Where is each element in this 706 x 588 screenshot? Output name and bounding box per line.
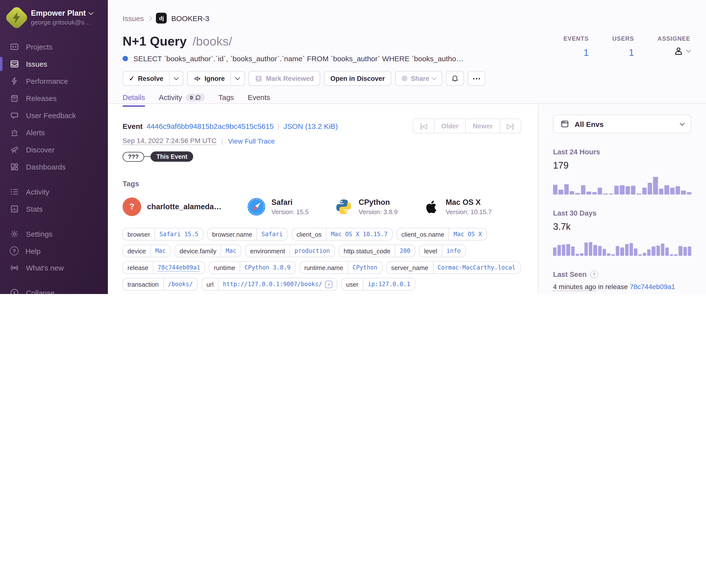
view-full-trace-link[interactable]: View Full Trace bbox=[228, 137, 275, 145]
sidebar-item-activity[interactable]: Activity bbox=[0, 183, 108, 200]
tab-activity[interactable]: Activity 0 bbox=[159, 93, 205, 106]
lightning-icon bbox=[10, 77, 19, 86]
sidebar-item-discover[interactable]: Discover bbox=[0, 141, 108, 158]
tags-heading: Tags bbox=[123, 179, 533, 188]
tag-pill[interactable]: environment production↗ bbox=[245, 245, 335, 257]
breadcrumb-issue-id: BOOKER-3 bbox=[171, 14, 209, 22]
comment-icon bbox=[195, 94, 201, 100]
issue-culprit: /books/ bbox=[193, 34, 232, 48]
sidebar-item-whats-new[interactable]: What's new bbox=[0, 259, 108, 276]
sidebar-item-collapse[interactable]: Collapse bbox=[0, 284, 108, 294]
last-seen-time[interactable]: 4 minutes ago bbox=[553, 283, 596, 291]
browser-tag[interactable]: Safari Version: 15.5 bbox=[247, 198, 309, 216]
sidebar-item-projects[interactable]: Projects bbox=[0, 38, 108, 55]
sidebar-item-releases[interactable]: Releases bbox=[0, 90, 108, 107]
tag-pill[interactable]: url http://127.0.0.1:9007/books/↗ bbox=[201, 278, 337, 291]
help-icon: ? bbox=[10, 247, 18, 255]
question-icon[interactable]: ? bbox=[590, 270, 598, 278]
tag-pill[interactable]: device Mac↗ bbox=[123, 245, 171, 257]
tag-pill[interactable]: http.status_code 200↗ bbox=[339, 245, 415, 257]
user-tag[interactable]: ? charlotte_alameda… bbox=[123, 198, 221, 216]
sidebar-item-performance[interactable]: Performance bbox=[0, 73, 108, 90]
this-event-pill[interactable]: This Event bbox=[151, 152, 193, 162]
ignore-dropdown-button[interactable] bbox=[231, 71, 245, 86]
tag-pill[interactable]: browser.name Safari↗ bbox=[207, 228, 287, 241]
users-count[interactable]: 1 bbox=[612, 47, 634, 58]
last-seen-release-link[interactable]: 78c744eb09a1 bbox=[630, 283, 675, 291]
tag-pill[interactable]: server_name Cormac-MacCarthy.local↗ bbox=[386, 261, 520, 274]
sidebar-item-user-feedback[interactable]: User Feedback bbox=[0, 107, 108, 124]
issue-level-dot bbox=[123, 56, 128, 61]
last-30-days-title: Last 30 Days bbox=[553, 209, 691, 217]
newer-event-button[interactable]: Newer bbox=[466, 119, 500, 133]
last-30-days-section: Last 30 Days 3.7k bbox=[553, 209, 691, 256]
safari-icon bbox=[247, 198, 266, 216]
broadcast-icon bbox=[10, 263, 19, 272]
share-button[interactable]: Share bbox=[395, 71, 442, 86]
tag-pill[interactable]: device.family Mac↗ bbox=[175, 245, 241, 257]
chevron-down-icon bbox=[88, 10, 93, 15]
events-count[interactable]: 1 bbox=[563, 47, 589, 58]
sidebar-item-dashboards[interactable]: Dashboards bbox=[0, 158, 108, 175]
older-event-button[interactable]: Older bbox=[434, 119, 466, 133]
tag-pill[interactable]: browser Safari 15.5↗ bbox=[123, 228, 203, 241]
runtime-tag[interactable]: CPython Version: 3.8.9 bbox=[334, 198, 398, 216]
tag-pill[interactable]: client_os Mac OS X 10.15.7↗ bbox=[292, 228, 393, 241]
unknown-trace-pill[interactable]: ??? bbox=[123, 152, 144, 162]
tag-pill[interactable]: transaction /books/↗ bbox=[123, 278, 198, 291]
sidebar-item-alerts[interactable]: Alerts bbox=[0, 124, 108, 141]
tab-details[interactable]: Details bbox=[123, 93, 145, 106]
subscribe-bell-button[interactable] bbox=[446, 71, 464, 86]
chevron-down-icon bbox=[235, 75, 240, 80]
last-24-hours-count: 179 bbox=[553, 160, 691, 171]
share-dot-icon bbox=[401, 76, 407, 81]
chevron-down-icon bbox=[686, 48, 691, 53]
sidebar-nav: Projects Issues Performance Releases Use… bbox=[0, 38, 108, 294]
last-24-hours-chart bbox=[553, 177, 691, 195]
sidebar-item-stats[interactable]: Stats bbox=[0, 200, 108, 218]
sidebar-item-settings[interactable]: Settings bbox=[0, 225, 108, 243]
last-24-hours-title: Last 24 Hours bbox=[553, 148, 691, 156]
event-timestamp[interactable]: Sep 14, 2022 7:24:56 PM UTC bbox=[123, 137, 217, 145]
mark-reviewed-button[interactable]: Mark Reviewed bbox=[249, 71, 320, 86]
event-details: Event 4446c9af6bb94815b2ac9bc4515c5615 |… bbox=[108, 104, 538, 294]
event-json-link[interactable]: JSON (13.2 KiB) bbox=[283, 122, 338, 130]
ellipsis-icon: ⋯ bbox=[472, 73, 481, 84]
newest-event-button[interactable]: ▷| bbox=[500, 119, 521, 133]
issue-title: N+1 Query bbox=[123, 34, 187, 49]
last-30-days-chart bbox=[553, 238, 691, 256]
more-actions-button[interactable]: ⋯ bbox=[468, 71, 485, 86]
tag-pill[interactable]: level info↗ bbox=[419, 245, 466, 257]
event-id-link[interactable]: 4446c9af6bb94815b2ac9bc4515c5615 bbox=[147, 122, 274, 130]
org-email: george.gritsouk@s… bbox=[31, 18, 91, 26]
os-tag[interactable]: Mac OS X Version: 10.15.7 bbox=[423, 198, 492, 216]
tag-pill[interactable]: runtime CPython 3.8.9↗ bbox=[209, 261, 296, 274]
breadcrumb-issues[interactable]: Issues bbox=[123, 14, 144, 22]
ignore-button[interactable]: Ignore bbox=[187, 71, 231, 86]
tab-events[interactable]: Events bbox=[247, 93, 270, 106]
environment-selector[interactable]: All Envs bbox=[553, 115, 691, 133]
open-in-discover-button[interactable]: Open in Discover bbox=[324, 71, 391, 86]
featured-tags: ? charlotte_alameda… Safari Version: 15.… bbox=[123, 198, 533, 216]
oldest-event-button[interactable]: |◁ bbox=[413, 119, 434, 133]
tab-tags[interactable]: Tags bbox=[219, 93, 234, 106]
tag-pill[interactable]: client_os.name Mac OS X↗ bbox=[396, 228, 487, 241]
gear-icon bbox=[10, 229, 19, 239]
org-switcher[interactable]: Empower Plant george.gritsouk@s… bbox=[0, 9, 108, 27]
stats-icon bbox=[10, 204, 19, 214]
siren-icon bbox=[10, 128, 19, 137]
chevron-down-icon bbox=[174, 75, 179, 80]
events-label: EVENTS bbox=[563, 35, 589, 42]
tag-pill[interactable]: runtime.name CPython↗ bbox=[299, 261, 382, 274]
resolve-button[interactable]: ✓Resolve bbox=[123, 71, 170, 86]
resolve-dropdown-button[interactable] bbox=[170, 71, 183, 86]
sidebar-item-issues[interactable]: Issues bbox=[0, 55, 108, 73]
sidebar-item-help[interactable]: ? Help bbox=[0, 243, 108, 259]
assignee-selector[interactable] bbox=[658, 46, 690, 56]
project-badge-django: dj bbox=[156, 13, 167, 24]
issue-sidebar: All Envs Last 24 Hours 179 Last 30 Days … bbox=[538, 104, 706, 294]
external-link-icon[interactable]: ↗ bbox=[325, 281, 332, 288]
tag-pill[interactable]: release 78c744eb09a1↗ bbox=[123, 261, 205, 274]
last-30-days-count: 3.7k bbox=[553, 221, 691, 232]
tag-pill[interactable]: user ip:127.0.0.1↗ bbox=[341, 278, 415, 291]
